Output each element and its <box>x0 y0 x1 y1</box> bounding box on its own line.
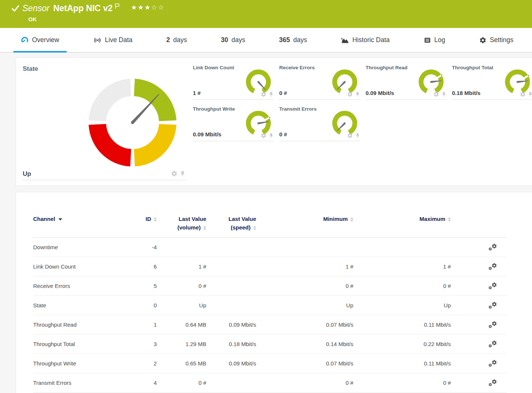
cell-last-value-speed: 0.18 Mbit/s <box>206 335 256 354</box>
gauge-settings-icon[interactable] <box>520 91 526 97</box>
table-row-throughput-total[interactable]: Throughput Total 3 1.29 MB 0.18 Mbit/s 0… <box>33 335 507 354</box>
table-row-receive-errors[interactable]: Receive Errors 5 0 # 0 # 0 # <box>33 276 507 296</box>
gauge-icon <box>21 36 29 44</box>
state-donut-gauge <box>77 67 188 178</box>
cell-channel: Throughput Read <box>33 315 141 335</box>
cell-minimum: 1 # <box>256 257 353 276</box>
channel-settings-icon[interactable] <box>488 379 497 387</box>
pin-icon[interactable] <box>528 92 532 97</box>
cell-last-value-volume: 1 # <box>157 257 206 276</box>
state-gauge-value: Up <box>23 170 31 178</box>
sort-caret-icon <box>58 218 62 221</box>
cell-last-value-speed: 0.09 Mbit/s <box>206 354 256 373</box>
gauge-tile-throughput-total[interactable]: Throughput Total 0.18 Mbit/s <box>452 62 532 100</box>
channel-settings-icon[interactable] <box>488 340 497 348</box>
sort-icon[interactable] <box>253 226 256 230</box>
tab-settings[interactable]: Settings <box>472 28 521 52</box>
table-row-throughput-write[interactable]: Throughput Write 2 0.65 MB 0.09 Mbit/s 0… <box>33 354 507 373</box>
sort-icon[interactable] <box>203 226 206 230</box>
sort-icon[interactable] <box>154 217 157 222</box>
table-row-state[interactable]: State 0 Up Up Up <box>33 296 507 315</box>
column-label: ID <box>146 216 151 222</box>
table-row-transmit-errors[interactable]: Transmit Errors 4 0 # 0 # 0 # <box>33 373 507 393</box>
state-gauge-tile[interactable]: State Up <box>23 62 187 180</box>
gauge-settings-icon[interactable] <box>261 133 267 139</box>
sort-icon[interactable] <box>350 217 353 222</box>
table-row-throughput-read[interactable]: Throughput Read 1 0.64 MB 0.09 Mbit/s 0.… <box>33 315 507 335</box>
tab-2-days[interactable]: 2 days <box>159 28 195 52</box>
sort-icon[interactable] <box>448 217 451 222</box>
gauge-value: 0 # <box>279 131 287 137</box>
tab-log[interactable]: Log <box>416 28 453 52</box>
cell-maximum: 0.11 Mbit/s <box>353 315 451 335</box>
gauge-tile-link-down-count[interactable]: Link Down Count 1 # <box>193 62 274 100</box>
tab-label: Historic Data <box>353 36 390 44</box>
cell-maximum <box>353 238 451 257</box>
gauge-settings-icon[interactable] <box>347 133 353 139</box>
tab-label: days <box>173 36 187 44</box>
cell-maximum: Up <box>353 296 451 315</box>
cell-last-value-volume: Up <box>157 296 206 315</box>
channel-settings-icon[interactable] <box>488 359 497 368</box>
tab-365-days[interactable]: 365 days <box>272 28 315 52</box>
channels-panel: Channel ID Last Value (volume) Last Valu… <box>16 192 532 393</box>
cell-minimum: 0.07 Mbit/s <box>256 315 353 335</box>
table-row-link-down-count[interactable]: Link Down Count 6 1 # 1 # 1 # <box>33 257 507 276</box>
tab-bar: Overview Live Data 2 days 30 days 365 da… <box>0 28 532 53</box>
column-header-actions <box>451 215 507 238</box>
cell-last-value-speed <box>206 373 256 393</box>
channel-settings-icon[interactable] <box>488 243 497 251</box>
channel-settings-icon[interactable] <box>488 263 497 271</box>
pin-icon[interactable] <box>355 92 360 97</box>
column-header-channel[interactable]: Channel <box>33 215 141 238</box>
cell-id: 3 <box>141 335 157 354</box>
cell-last-value-speed <box>206 296 256 315</box>
gauge-settings-icon[interactable] <box>261 91 267 97</box>
cell-minimum: 0 # <box>256 276 353 296</box>
gauge-value: 1 # <box>193 90 201 96</box>
tab-label: days <box>232 36 245 44</box>
tile-actions <box>520 91 532 97</box>
column-header-last-value-speed[interactable]: Last Value (speed) <box>206 215 256 238</box>
prtg-sensor-page: Sensor NetApp NIC v2 ★★★☆☆ OK Overview <box>0 0 532 393</box>
gauge-settings-icon[interactable] <box>433 91 439 97</box>
gauge-settings-icon[interactable] <box>171 170 178 177</box>
column-header-id[interactable]: ID <box>141 215 157 238</box>
column-sublabel: (speed) <box>231 224 251 231</box>
gauge-tile-throughput-write[interactable]: Throughput Write 0.09 Mbit/s <box>193 104 274 141</box>
gauge-settings-icon[interactable] <box>347 91 353 97</box>
gauge-tile-transmit-errors[interactable]: Transmit Errors 0 # <box>279 104 360 141</box>
tab-30-days[interactable]: 30 days <box>213 28 252 52</box>
tab-live-data[interactable]: Live Data <box>86 28 140 52</box>
tile-actions <box>261 133 274 139</box>
pin-icon[interactable] <box>268 92 274 97</box>
cell-maximum: 0 # <box>353 276 451 296</box>
tab-historic-data[interactable]: Historic Data <box>334 28 397 52</box>
sensor-header: Sensor NetApp NIC v2 ★★★☆☆ OK <box>0 0 532 28</box>
gauge-tile-throughput-read[interactable]: Throughput Read 0.09 Mbit/s <box>366 62 447 100</box>
log-icon <box>424 37 431 44</box>
tab-overview[interactable]: Overview <box>13 28 67 52</box>
cell-maximum: 0.22 Mbit/s <box>353 335 451 354</box>
cell-id: -4 <box>141 238 157 257</box>
historic-data-icon <box>341 37 349 44</box>
pin-icon[interactable] <box>179 171 186 177</box>
tab-number: 365 <box>279 36 290 44</box>
column-header-minimum[interactable]: Minimum <box>256 215 353 238</box>
priority-stars[interactable]: ★★★☆☆ <box>131 3 165 12</box>
channel-settings-icon[interactable] <box>488 282 497 290</box>
pin-icon[interactable] <box>268 133 274 139</box>
table-row-downtime[interactable]: Downtime -4 <box>33 238 507 257</box>
overview-content: State Up <box>0 53 532 393</box>
column-header-last-value-volume[interactable]: Last Value (volume) <box>157 215 206 238</box>
pin-icon[interactable] <box>355 133 360 139</box>
flag-icon[interactable] <box>115 3 120 9</box>
gauge-needle <box>257 80 266 91</box>
channel-settings-icon[interactable] <box>488 321 497 329</box>
tile-actions <box>261 91 274 97</box>
pin-icon[interactable] <box>441 92 447 97</box>
gauge-tile-receive-errors[interactable]: Receive Errors 0 # <box>279 62 360 100</box>
cell-last-value-speed: 0.09 Mbit/s <box>206 315 256 335</box>
column-header-maximum[interactable]: Maximum <box>353 215 451 238</box>
channel-settings-icon[interactable] <box>488 301 497 310</box>
